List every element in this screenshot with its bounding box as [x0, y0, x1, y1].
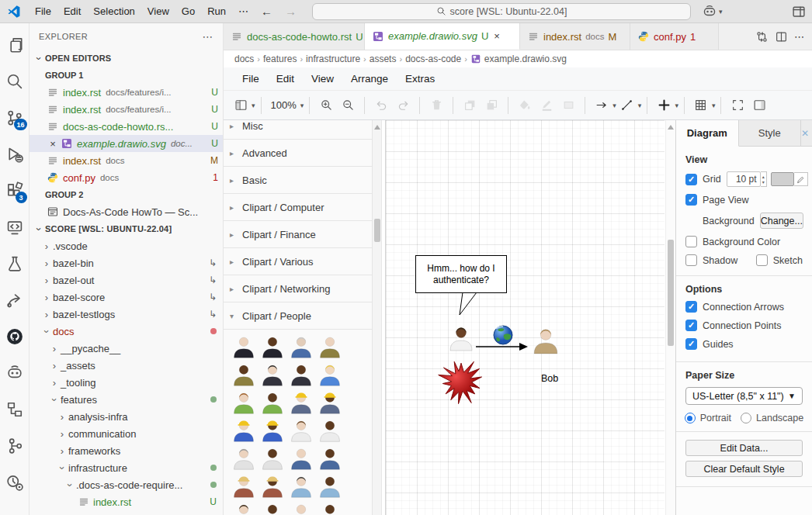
activity-search-icon[interactable] — [0, 63, 29, 99]
people-shape[interactable] — [231, 446, 256, 471]
people-shape[interactable] — [231, 334, 256, 359]
people-shape[interactable] — [260, 418, 285, 443]
clear-default-style-button[interactable]: Clear Default Style — [685, 461, 803, 477]
people-shape[interactable] — [289, 390, 314, 415]
people-shape[interactable] — [318, 418, 342, 443]
view-panels-icon[interactable] — [231, 95, 250, 116]
tab-style[interactable]: Style — [739, 120, 802, 146]
people-shape[interactable] — [260, 502, 285, 515]
fullscreen-icon[interactable] — [728, 95, 747, 116]
people-shape[interactable] — [260, 474, 285, 499]
forward-arrow-icon[interactable]: → — [279, 5, 303, 18]
drawio-menu-extras[interactable]: Extras — [397, 73, 442, 85]
grid-size-stepper[interactable]: ▴▾ — [761, 171, 767, 187]
tab-exampledrawiosvg[interactable]: example.drawio.svgU× — [365, 23, 520, 50]
open-editor-item[interactable]: Docs-As-Code HowTo — Sc... — [29, 203, 223, 220]
landscape-radio[interactable] — [741, 413, 751, 423]
source-control-compare-icon[interactable] — [755, 30, 769, 43]
chevron-down-icon[interactable]: ▾ — [675, 102, 678, 109]
chevron-down-icon[interactable]: ▾ — [300, 102, 304, 109]
activity-testing-icon[interactable] — [0, 245, 29, 282]
scroll-up-arrow-icon[interactable] — [374, 125, 380, 130]
palette-section-clipartnetworking[interactable]: ▸Clipart / Networking — [224, 275, 372, 302]
activity-github-icon[interactable] — [0, 318, 29, 354]
zoom-in-icon[interactable] — [317, 95, 335, 116]
people-shape[interactable] — [231, 474, 256, 499]
activity-explorer-icon[interactable] — [0, 26, 29, 63]
waypoints-icon[interactable] — [618, 95, 637, 116]
table-icon[interactable] — [692, 95, 710, 116]
tree-item-assets[interactable]: ›_assets — [29, 357, 223, 374]
people-shape[interactable] — [231, 362, 256, 387]
menu-selection[interactable]: Selection — [87, 5, 141, 17]
people-shape[interactable] — [318, 474, 342, 499]
diagram-canvas[interactable]: Hmm... how do I authenticate? Bob — [382, 120, 675, 515]
close-icon[interactable]: × — [494, 30, 500, 42]
activity-git-watch-icon[interactable] — [0, 464, 29, 500]
people-shape[interactable] — [289, 446, 314, 471]
open-editors-header[interactable]: › OPEN EDITORS — [29, 50, 223, 67]
panel-close-icon[interactable]: ✕ — [801, 120, 812, 146]
open-editor-item[interactable]: conf.pydocs1 — [29, 169, 223, 186]
split-editor-icon[interactable] — [775, 30, 788, 43]
globe-shape[interactable] — [494, 326, 512, 344]
chevron-down-icon[interactable]: ▾ — [638, 102, 642, 109]
palette-section-clipartpeople[interactable]: ▾Clipart / People — [224, 302, 372, 330]
drawio-menu-arrange[interactable]: Arrange — [343, 73, 396, 85]
chevron-down-icon[interactable]: ▾ — [252, 102, 255, 109]
tree-item-vscode[interactable]: ›.vscode — [29, 237, 223, 254]
tab-confpy[interactable]: conf.py1 — [630, 23, 719, 50]
close-icon[interactable]: × — [47, 138, 59, 150]
people-shape[interactable] — [231, 502, 256, 515]
palette-section-advanced[interactable]: ▸Advanced — [224, 140, 372, 167]
command-center-search[interactable]: score [WSL: Ubuntu-22.04] — [312, 3, 691, 20]
open-editor-item[interactable]: index.rstdocs/features/i...U — [29, 84, 223, 101]
copilot-icon[interactable] — [702, 4, 717, 19]
open-editor-item[interactable]: index.rstdocsM — [29, 152, 223, 169]
open-editor-item[interactable]: ×example.drawio.svgdoc...U — [29, 135, 223, 152]
activity-hierarchy-icon[interactable] — [0, 391, 29, 427]
shadow-checkbox[interactable] — [685, 254, 697, 266]
menu-view[interactable]: View — [141, 5, 175, 17]
canvas-scrollbar[interactable] — [665, 120, 675, 515]
edit-grid-color-icon[interactable] — [794, 172, 808, 186]
tab-diagram[interactable]: Diagram — [676, 120, 739, 147]
tree-item-infrastructure[interactable]: ›infrastructure — [29, 459, 223, 476]
breadcrumb-item-infrastructure[interactable]: infrastructure — [306, 54, 360, 64]
format-panel-toggle-icon[interactable] — [750, 95, 769, 116]
tree-item-frameworks[interactable]: ›frameworks — [29, 442, 223, 459]
activity-extensions-icon[interactable]: 3 — [0, 172, 29, 209]
menu-file[interactable]: File — [29, 5, 57, 17]
canvas-scrollbar-thumb[interactable] — [668, 240, 674, 346]
insert-icon[interactable] — [654, 95, 673, 116]
tab-more-actions-icon[interactable]: ⋯ — [794, 31, 804, 43]
zoom-level-label[interactable]: 100% — [269, 95, 299, 116]
palette-scrollbar-thumb[interactable] — [374, 219, 380, 242]
activity-git-graph-icon[interactable] — [0, 427, 29, 464]
people-shape[interactable] — [318, 446, 342, 471]
people-shape[interactable] — [231, 390, 256, 415]
tab-docsascodehowtorst[interactable]: docs-as-code-howto.rstU — [224, 23, 365, 50]
people-shape[interactable] — [260, 446, 285, 471]
speech-bubble-tail[interactable] — [460, 292, 477, 315]
chevron-down-icon[interactable]: ▾ — [612, 102, 616, 109]
background-color-checkbox[interactable] — [685, 236, 697, 247]
palette-section-clipartvarious[interactable]: ▸Clipart / Various — [224, 248, 372, 275]
back-arrow-icon[interactable]: ← — [255, 5, 279, 18]
connection-points-checkbox[interactable]: ✓ — [685, 320, 697, 331]
tab-indexrst[interactable]: index.rstdocsM — [520, 23, 630, 50]
people-shape[interactable] — [318, 502, 342, 515]
bob-label[interactable]: Bob — [528, 373, 571, 384]
workspace-header[interactable]: › SCORE [WSL: UBUNTU-22.04] — [29, 220, 223, 237]
speech-bubble[interactable]: Hmm... how do I authenticate? — [415, 255, 507, 293]
tree-item-indexrst[interactable]: index.rstU — [29, 493, 223, 510]
drawio-menu-file[interactable]: File — [234, 73, 267, 85]
guides-checkbox[interactable]: ✓ — [685, 338, 697, 350]
chevron-down-icon[interactable]: ▾ — [719, 8, 723, 16]
person-shape-bob[interactable] — [531, 326, 560, 355]
drawio-menu-edit[interactable]: Edit — [269, 73, 302, 85]
tree-item-bazelscore[interactable]: ›bazel-score↳ — [29, 289, 223, 306]
tree-item-docsascoderequire[interactable]: ›.docs-as-code-require... — [29, 476, 223, 493]
grid-checkbox[interactable]: ✓ — [685, 174, 697, 185]
people-shape[interactable] — [260, 362, 285, 387]
